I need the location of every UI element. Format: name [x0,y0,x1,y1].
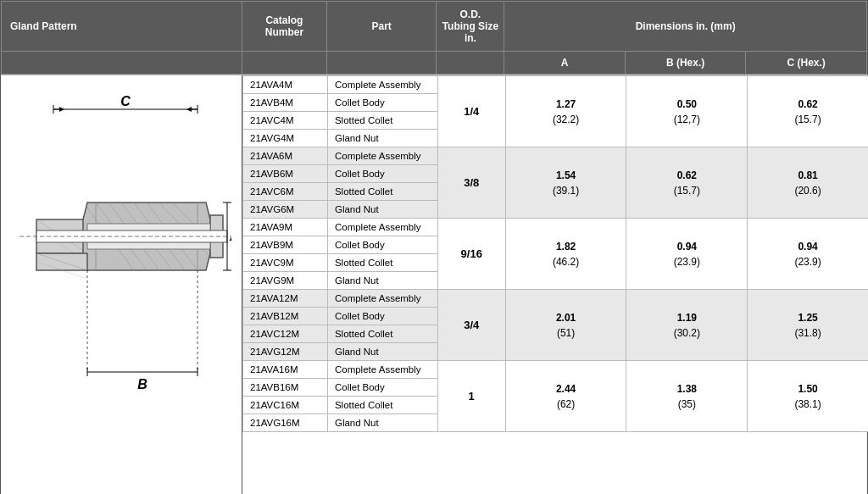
tubing-size-cell: 1 [437,361,505,432]
part-name-cell: Collet Body [327,308,437,325]
svg-text:B: B [137,377,147,391]
od-tubing-header: O.D. Tubing Size in. [437,2,504,52]
dim-c-header: C (Hex.) [746,52,867,75]
dim-c-cell: 0.94(23.9) [748,219,868,290]
part-name-cell: Gland Nut [327,130,437,147]
part-name-cell: Slotted Collet [327,183,437,201]
catalog-number-cell: 21AVC6M [243,183,328,201]
part-name-cell: Collet Body [327,94,437,112]
catalog-number-cell: 21AVA4M [243,76,328,94]
diagram-panel: C [1,75,242,494]
catalog-number-cell: 21AVC12M [243,325,328,343]
dim-b-cell: 0.94(23.9) [626,219,748,290]
part-name-cell: Complete Assembly [327,361,437,379]
dim-b-cell: 1.38(35) [626,361,748,432]
part-name-cell: Gland Nut [327,343,437,361]
table-row: 21AVA12MComplete Assembly3/42.01(51)1.19… [243,290,869,308]
part-name-cell: Complete Assembly [327,147,437,165]
part-name-cell: Collet Body [327,379,437,397]
part-sub [326,52,437,75]
catalog-number-cell: 21AVA12M [243,290,328,308]
dim-a-cell: 1.82(46.2) [505,219,626,290]
part-name-cell: Complete Assembly [327,219,437,236]
catalog-number-cell: 21AVG9M [243,272,328,290]
part-name-cell: Gland Nut [327,272,437,290]
table-row: 21AVA16MComplete Assembly12.44(62)1.38(3… [243,361,869,379]
dim-c-cell: 0.62(15.7) [748,76,868,147]
part-name-cell: Complete Assembly [327,290,437,308]
svg-text:A: A [229,229,231,243]
gland-pattern-header: Gland Pattern [2,2,242,52]
catalog-number-cell: 21AVB16M [243,379,328,397]
dim-c-cell: 0.81(20.6) [748,147,868,219]
dim-b-cell: 0.62(15.7) [626,147,748,219]
dim-b-cell: 0.50(12,7) [626,76,748,147]
dim-a-cell: 1.27(32.2) [505,76,626,147]
part-name-cell: Slotted Collet [327,112,437,130]
data-table-panel: 21AVA4MComplete Assembly1/41.27(32.2)0.5… [242,75,868,494]
tubing-size-cell: 9/16 [437,219,505,290]
catalog-number-header: Catalog Number [242,2,327,52]
catalog-number-cell: 21AVC4M [243,112,328,130]
dim-a-cell: 2.01(51) [505,290,626,361]
part-name-cell: Gland Nut [327,414,437,432]
catalog-number-cell: 21AVB4M [243,94,328,112]
catalog-number-cell: 21AVG6M [243,201,328,219]
catalog-number-cell: 21AVA9M [243,219,328,236]
part-name-cell: Collet Body [327,165,437,183]
tubing-size-cell: 1/4 [437,76,505,147]
table-row: 21AVA9MComplete Assembly9/161.82(46.2)0.… [243,219,869,236]
catalog-number-cell: 21AVG4M [243,130,328,147]
part-name-cell: Slotted Collet [327,397,437,414]
dim-b-cell: 1.19(30.2) [626,290,748,361]
dim-a-header: A [504,52,625,75]
catalog-number-cell: 21AVG16M [243,414,328,432]
part-name-cell: Slotted Collet [327,254,437,272]
catalog-number-cell: 21AVB9M [243,236,328,254]
tubing-size-cell: 3/4 [437,290,505,361]
table-row: 21AVA4MComplete Assembly1/41.27(32.2)0.5… [243,76,869,94]
dim-b-header: B (Hex.) [625,52,746,75]
dim-c-cell: 1.50(38.1) [748,361,868,432]
part-name-cell: Slotted Collet [327,325,437,343]
dim-a-cell: 1.54(39.1) [505,147,626,219]
part-name-cell: Collet Body [327,236,437,254]
tubing-sub [437,52,504,75]
catalog-number-cell: 21AVC16M [243,397,328,414]
catalog-number-cell: 21AVB6M [243,165,328,183]
part-header: Part [326,2,437,52]
table-row: 21AVA6MComplete Assembly3/81.54(39.1)0.6… [243,147,869,165]
tubing-size-cell: 3/8 [437,147,505,219]
gland-diagram: C [11,84,231,491]
part-name-cell: Gland Nut [327,201,437,219]
catalog-number-cell: 21AVC9M [243,254,328,272]
catalog-number-cell: 21AVA16M [243,361,328,379]
svg-text:C: C [120,94,131,108]
catalog-number-cell: 21AVG12M [243,343,328,361]
catalog-sub [242,52,327,75]
catalog-number-cell: 21AVA6M [243,147,328,165]
gland-sub [2,52,242,75]
dim-c-cell: 1.25(31.8) [748,290,868,361]
part-name-cell: Complete Assembly [327,76,437,94]
dim-a-cell: 2.44(62) [505,361,626,432]
dimensions-header: Dimensions in. (mm) [504,2,867,52]
catalog-number-cell: 21AVB12M [243,308,328,325]
